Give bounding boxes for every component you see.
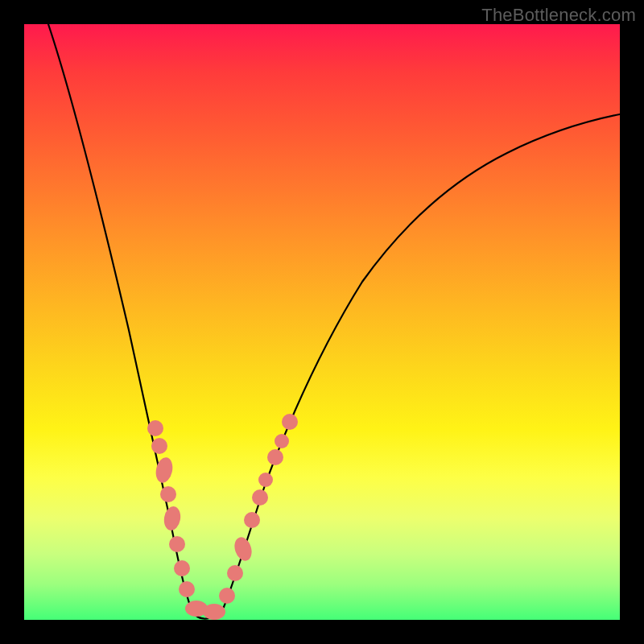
- plot-area: [24, 24, 620, 620]
- marker-dot: [227, 565, 243, 581]
- marker-dot: [151, 438, 167, 454]
- marker-dot: [169, 536, 185, 552]
- curve-right-arm: [224, 114, 620, 607]
- curve-left-arm: [48, 24, 203, 618]
- marker-dot: [282, 414, 298, 430]
- marker-dot: [244, 512, 260, 528]
- marker-dot: [147, 420, 163, 436]
- marker-pill: [163, 505, 183, 531]
- marker-pill: [232, 535, 254, 564]
- marker-dot: [252, 489, 268, 506]
- marker-dot: [219, 588, 235, 604]
- marker-pill: [203, 604, 225, 620]
- marker-dot: [174, 560, 190, 576]
- marker-dot: [160, 486, 176, 502]
- marker-dot: [179, 581, 195, 597]
- marker-dot: [258, 473, 273, 487]
- outer-frame: TheBottleneck.com: [0, 0, 644, 644]
- watermark-text: TheBottleneck.com: [481, 5, 636, 26]
- marker-dot: [275, 434, 289, 448]
- marker-dot: [267, 449, 283, 465]
- chart-svg: [24, 24, 620, 620]
